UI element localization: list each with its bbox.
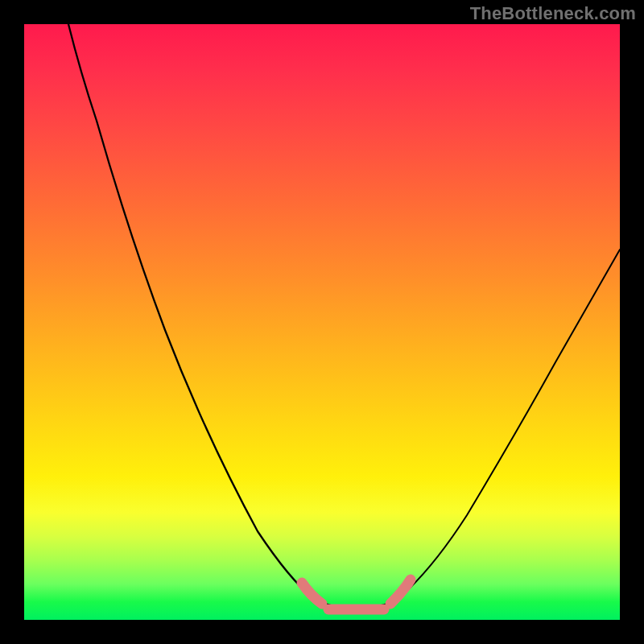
- highlight-left-tick: [302, 583, 322, 604]
- plot-area: [24, 24, 620, 620]
- curve-right-branch: [396, 250, 620, 601]
- highlight-right-tick: [390, 580, 411, 604]
- chart-frame: TheBottleneck.com: [0, 0, 644, 644]
- curve-svg: [24, 24, 620, 620]
- watermark-text: TheBottleneck.com: [470, 3, 636, 24]
- curve-left-branch: [68, 24, 312, 597]
